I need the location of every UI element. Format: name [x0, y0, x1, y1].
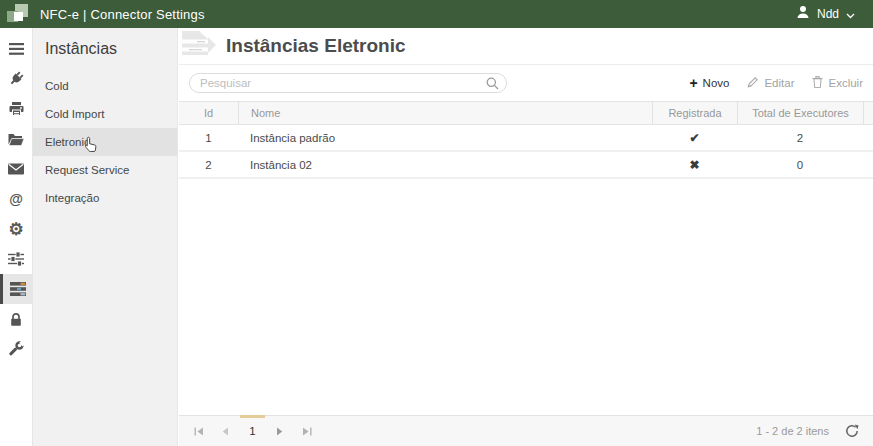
- user-menu[interactable]: Ndd: [796, 5, 855, 23]
- folder-open-icon[interactable]: [0, 124, 32, 154]
- cell-executores: 2: [737, 132, 863, 144]
- search-wrap: [189, 73, 507, 93]
- plug-icon[interactable]: [0, 64, 32, 94]
- chevron-down-icon: [846, 5, 855, 23]
- trash-icon: [812, 76, 823, 90]
- at-icon[interactable]: @: [0, 184, 32, 214]
- sliders-icon[interactable]: [0, 244, 32, 274]
- app-title: NFC-e | Connector Settings: [40, 7, 205, 22]
- sidebar-item-integracao[interactable]: Integração: [33, 184, 177, 212]
- page-title: Instâncias Eletronic: [226, 35, 406, 57]
- gear-icon[interactable]: ⚙: [0, 214, 32, 244]
- refresh-button[interactable]: [845, 424, 859, 438]
- toolbar-row: + Novo Editar Excluir: [179, 65, 873, 101]
- plus-icon: +: [689, 76, 697, 90]
- cell-executores: 0: [737, 159, 863, 171]
- sidebar-item-cold-import[interactable]: Cold Import: [33, 100, 177, 128]
- printer-icon[interactable]: [0, 94, 32, 124]
- table-row[interactable]: 2 Instância 02 ✖ 0: [179, 152, 873, 179]
- pager-summary: 1 - 2 de 2 itens: [756, 425, 829, 437]
- column-header-spacer: [863, 102, 873, 124]
- sidebar-heading: Instâncias: [33, 28, 177, 72]
- sidebar-item-request-service[interactable]: Request Service: [33, 156, 177, 184]
- check-icon: ✔: [652, 131, 737, 145]
- x-icon: ✖: [652, 158, 737, 172]
- instances-grid-icon[interactable]: [0, 274, 32, 304]
- main-content: Instâncias Eletronic + Novo Editar: [179, 28, 873, 446]
- column-header-registrada[interactable]: Registrada: [652, 102, 737, 124]
- page-1-button[interactable]: 1: [239, 416, 266, 446]
- top-bar: NFC-e | Connector Settings Ndd: [0, 0, 873, 28]
- cell-nome: Instância 02: [238, 159, 652, 171]
- user-icon: [796, 5, 810, 23]
- wrench-icon[interactable]: [0, 334, 32, 364]
- current-page-indicator: [240, 415, 265, 418]
- table-row[interactable]: 1 Instância padrão ✔ 2: [179, 125, 873, 152]
- column-header-executores[interactable]: Total de Executores: [737, 102, 863, 124]
- editar-button[interactable]: Editar: [747, 76, 794, 90]
- cell-nome: Instância padrão: [238, 132, 652, 144]
- column-header-id[interactable]: Id: [179, 102, 238, 124]
- novo-button[interactable]: + Novo: [689, 76, 729, 90]
- grid-actions: + Novo Editar Excluir: [689, 76, 863, 90]
- instances-sidebar: Instâncias Cold Cold Import Eletronic Re…: [33, 28, 178, 446]
- lock-icon[interactable]: [0, 304, 32, 334]
- next-page-button[interactable]: [266, 416, 293, 446]
- pencil-icon: [747, 76, 759, 90]
- nav-icon-strip: @ ⚙: [0, 28, 33, 446]
- prev-page-button[interactable]: [212, 416, 239, 446]
- first-page-button[interactable]: [185, 416, 212, 446]
- sidebar-item-cold[interactable]: Cold: [33, 72, 177, 100]
- app-logo: [6, 3, 30, 25]
- mail-icon[interactable]: [0, 154, 32, 184]
- user-name: Ndd: [817, 7, 839, 21]
- cell-id: 2: [179, 159, 238, 171]
- menu-icon[interactable]: [0, 34, 32, 64]
- pager: 1 1 - 2 de 2 itens: [179, 415, 873, 446]
- cell-id: 1: [179, 132, 238, 144]
- page-title-row: Instâncias Eletronic: [179, 28, 873, 65]
- trash-icon-button[interactable]: Excluir: [812, 76, 863, 90]
- mouse-hand-cursor: [84, 136, 98, 155]
- search-icon: [486, 76, 499, 94]
- last-page-button[interactable]: [293, 416, 320, 446]
- sidebar-item-eletronic[interactable]: Eletronic: [33, 128, 177, 156]
- search-input[interactable]: [189, 73, 507, 93]
- column-header-nome[interactable]: Nome: [238, 102, 652, 124]
- table-header: Id Nome Registrada Total de Executores: [179, 101, 873, 125]
- instances-page-icon: [182, 29, 218, 63]
